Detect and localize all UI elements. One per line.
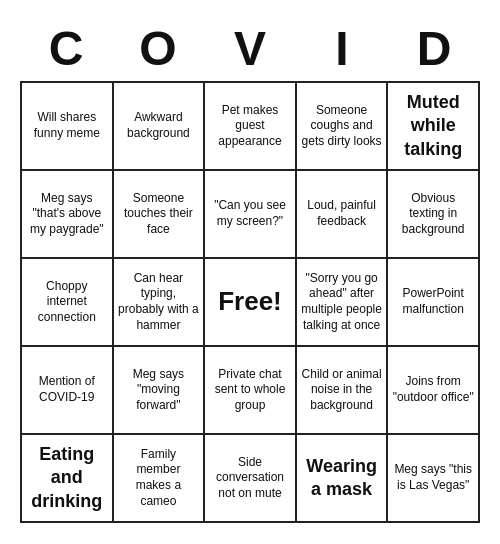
- bingo-cell-0[interactable]: Will shares funny meme: [22, 83, 114, 171]
- bingo-cell-24[interactable]: Meg says "this is Las Vegas": [388, 435, 480, 523]
- bingo-cell-12[interactable]: Free!: [205, 259, 297, 347]
- bingo-header: COVID: [20, 21, 480, 77]
- header-letter-i: I: [298, 21, 386, 77]
- bingo-cell-9[interactable]: Obvious texting in background: [388, 171, 480, 259]
- bingo-cell-19[interactable]: Joins from "outdoor office": [388, 347, 480, 435]
- bingo-cell-16[interactable]: Meg says "moving forward": [114, 347, 206, 435]
- header-letter-d: D: [390, 21, 478, 77]
- bingo-cell-15[interactable]: Mention of COVID-19: [22, 347, 114, 435]
- bingo-cell-18[interactable]: Child or animal noise in the background: [297, 347, 389, 435]
- header-letter-v: V: [206, 21, 294, 77]
- bingo-cell-2[interactable]: Pet makes guest appearance: [205, 83, 297, 171]
- bingo-cell-8[interactable]: Loud, painful feedback: [297, 171, 389, 259]
- header-letter-c: C: [22, 21, 110, 77]
- bingo-card: COVID Will shares funny memeAwkward back…: [10, 11, 490, 533]
- bingo-cell-7[interactable]: "Can you see my screen?": [205, 171, 297, 259]
- header-letter-o: O: [114, 21, 202, 77]
- bingo-cell-23[interactable]: Wearing a mask: [297, 435, 389, 523]
- bingo-cell-6[interactable]: Someone touches their face: [114, 171, 206, 259]
- bingo-cell-5[interactable]: Meg says "that's above my paygrade": [22, 171, 114, 259]
- bingo-cell-11[interactable]: Can hear typing, probably with a hammer: [114, 259, 206, 347]
- bingo-cell-10[interactable]: Choppy internet connection: [22, 259, 114, 347]
- bingo-cell-14[interactable]: PowerPoint malfunction: [388, 259, 480, 347]
- bingo-cell-13[interactable]: "Sorry you go ahead" after multiple peop…: [297, 259, 389, 347]
- bingo-cell-17[interactable]: Private chat sent to whole group: [205, 347, 297, 435]
- bingo-cell-3[interactable]: Someone coughs and gets dirty looks: [297, 83, 389, 171]
- bingo-cell-20[interactable]: Eating and drinking: [22, 435, 114, 523]
- bingo-grid: Will shares funny memeAwkward background…: [20, 81, 480, 523]
- bingo-cell-21[interactable]: Family member makes a cameo: [114, 435, 206, 523]
- bingo-cell-22[interactable]: Side conversation not on mute: [205, 435, 297, 523]
- bingo-cell-4[interactable]: Muted while talking: [388, 83, 480, 171]
- bingo-cell-1[interactable]: Awkward background: [114, 83, 206, 171]
